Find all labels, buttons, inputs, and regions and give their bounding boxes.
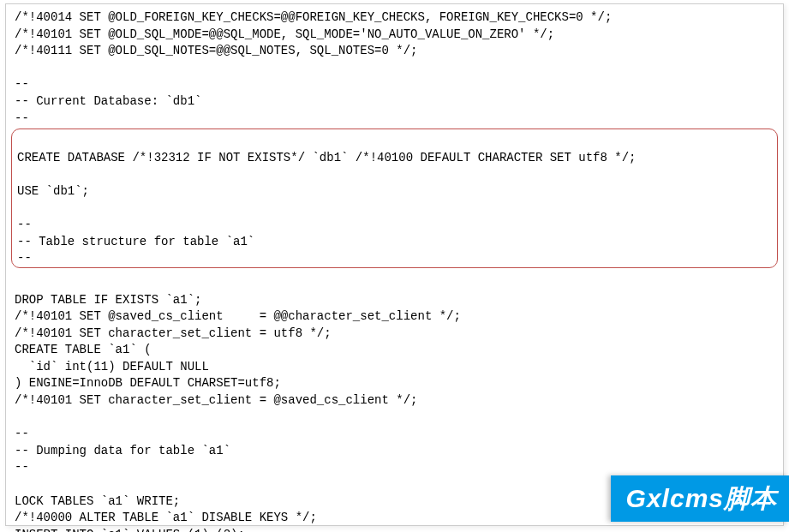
code-line: /*!40101 SET character_set_client = utf8… — [15, 326, 774, 343]
code-line: /*!40014 SET @OLD_FOREIGN_KEY_CHECKS=@@F… — [15, 9, 774, 27]
code-line: -- — [15, 76, 774, 93]
code-block-before: /*!40014 SET @OLD_FOREIGN_KEY_CHECKS=@@F… — [15, 9, 774, 127]
code-line: -- Current Database: `db1` — [15, 93, 774, 111]
code-line: /*!40101 SET character_set_client = @sav… — [15, 392, 774, 409]
code-line: -- Dumping data for table `a1` — [15, 443, 774, 460]
code-line: -- — [17, 217, 772, 234]
code-line: ) ENGINE=InnoDB DEFAULT CHARSET=utf8; — [15, 375, 774, 392]
highlight-box: CREATE DATABASE /*!32312 IF NOT EXISTS*/… — [11, 129, 778, 268]
code-line — [15, 275, 774, 292]
brand-name: Gxlcms — [626, 484, 724, 512]
code-line: `id` int(11) DEFAULT NULL — [15, 359, 774, 376]
code-line: /*!40111 SET @OLD_SQL_NOTES=@@SQL_NOTES,… — [15, 43, 774, 60]
code-document: /*!40014 SET @OLD_FOREIGN_KEY_CHECKS=@@F… — [5, 3, 784, 526]
code-line: -- — [15, 111, 774, 128]
code-line: CREATE DATABASE /*!32312 IF NOT EXISTS*/… — [17, 150, 772, 167]
brand-suffix: 脚本 — [724, 484, 777, 512]
code-line: -- — [17, 250, 772, 267]
brand-banner: Gxlcms脚本 — [611, 475, 789, 522]
code-line: DROP TABLE IF EXISTS `a1`; — [15, 292, 774, 309]
code-line: -- Table structure for table `a1` — [17, 234, 772, 251]
code-line: -- — [15, 459, 774, 476]
code-line: /*!40101 SET @OLD_SQL_MODE=@@SQL_MODE, S… — [15, 27, 774, 44]
code-line — [15, 60, 774, 77]
code-line — [15, 409, 774, 427]
code-line: CREATE TABLE `a1` ( — [15, 342, 774, 359]
code-line: /*!40101 SET @saved_cs_client = @@charac… — [15, 308, 774, 326]
code-line — [17, 166, 772, 183]
code-line — [17, 200, 772, 218]
code-line: USE `db1`; — [17, 183, 772, 200]
code-line — [17, 133, 772, 150]
code-line: INSERT INTO `a1` VALUES (1),(2); — [15, 527, 774, 532]
code-line: -- — [15, 426, 774, 443]
